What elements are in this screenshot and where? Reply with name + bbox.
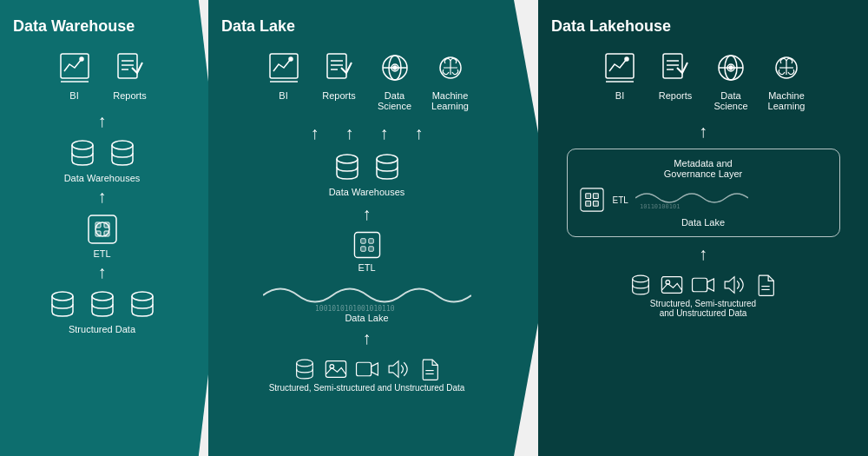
lake-arrow-3: ↑ bbox=[380, 123, 389, 143]
lake-audio-icon bbox=[386, 357, 411, 381]
svg-point-15 bbox=[52, 292, 73, 301]
lake-ml-item: Machine Learning bbox=[431, 49, 470, 111]
lake-lake-label: Data Lake bbox=[221, 313, 512, 323]
section-lake: Data Lake BI bbox=[208, 0, 556, 456]
lake-bottom-icons bbox=[293, 357, 442, 381]
svg-point-60 bbox=[729, 66, 733, 69]
lake-dw-icon-2 bbox=[372, 152, 403, 183]
svg-point-51 bbox=[625, 57, 628, 61]
lakehouse-bottom-label: Structured, Semi-structured and Unstruct… bbox=[650, 299, 756, 318]
lakehouse-governance-box: Metadata and Governance Layer ETL 101101… bbox=[567, 149, 840, 237]
lakehouse-governance-inner: ETL 10110100101 bbox=[578, 186, 829, 214]
svg-rect-66 bbox=[593, 194, 598, 199]
svg-rect-3 bbox=[118, 54, 137, 78]
warehouse-arrow-1: ↑ bbox=[98, 111, 107, 131]
lake-ml-brain-icon bbox=[433, 50, 468, 85]
lake-bottom-label: Structured, Semi-structured and Unstruct… bbox=[269, 383, 465, 393]
svg-point-16 bbox=[92, 292, 113, 301]
warehouse-structured-icon-1 bbox=[47, 289, 78, 321]
lake-datascience-item: Data Science bbox=[376, 49, 414, 111]
lake-arrow-4: ↑ bbox=[415, 123, 424, 143]
warehouse-structured-icon-2 bbox=[87, 289, 118, 321]
svg-point-20 bbox=[289, 57, 293, 61]
warehouse-reports-icon-box bbox=[111, 49, 149, 87]
lake-image-icon bbox=[324, 357, 348, 381]
lakehouse-governance-label: Metadata and Governance Layer bbox=[578, 158, 829, 179]
lake-bottom-arrow: ↑ bbox=[363, 328, 372, 348]
section-warehouse: Data Warehouse BI bbox=[0, 0, 226, 456]
svg-rect-71 bbox=[661, 277, 681, 294]
lakehouse-ml-icon-box bbox=[767, 49, 806, 87]
warehouse-title: Data Warehouse bbox=[13, 17, 135, 36]
svg-marker-75 bbox=[725, 277, 734, 294]
lake-datascience-icon-box bbox=[376, 49, 414, 87]
lakehouse-structured-db-icon bbox=[628, 273, 653, 297]
warehouse-arrow-3: ↑ bbox=[98, 262, 107, 282]
warehouse-bottom-label: Structured Data bbox=[69, 324, 135, 334]
svg-marker-74 bbox=[707, 279, 714, 291]
lake-datascience-label: Data Science bbox=[378, 90, 411, 111]
svg-text:1001010101001010110: 1001010101001010110 bbox=[315, 305, 395, 313]
svg-point-34 bbox=[377, 155, 398, 163]
lakehouse-datascience-label: Data Science bbox=[713, 90, 747, 111]
lakehouse-reports-icon bbox=[658, 50, 693, 85]
lakehouse-bi-label: BI bbox=[615, 90, 624, 101]
lakehouse-reports-label: Reports bbox=[659, 90, 693, 101]
lake-wave-section: 1001010101001010110 Data Lake bbox=[221, 278, 512, 323]
svg-point-8 bbox=[112, 141, 133, 149]
lake-bi-chart-icon bbox=[266, 50, 301, 85]
svg-rect-18 bbox=[270, 54, 298, 78]
lakehouse-wave-svg: 10110100101 bbox=[635, 186, 748, 210]
lakehouse-arrow-1: ↑ bbox=[699, 122, 707, 142]
svg-point-7 bbox=[72, 141, 93, 149]
svg-point-33 bbox=[337, 155, 358, 163]
lakehouse-datascience-icon-box bbox=[712, 49, 750, 87]
bi-chart-icon bbox=[57, 50, 92, 85]
lake-bi-label: BI bbox=[279, 90, 287, 101]
lake-dw-icon-1 bbox=[332, 152, 363, 183]
lakehouse-reports-item: Reports bbox=[656, 49, 694, 111]
svg-rect-52 bbox=[663, 54, 682, 78]
lakehouse-file-icon bbox=[753, 273, 778, 297]
svg-point-2 bbox=[80, 57, 83, 61]
svg-rect-65 bbox=[585, 194, 590, 199]
lakehouse-audio-icon bbox=[722, 273, 746, 297]
svg-point-17 bbox=[132, 292, 153, 301]
svg-rect-13 bbox=[95, 231, 101, 236]
lake-etl-row: ↑ ETL bbox=[350, 201, 385, 273]
svg-marker-46 bbox=[389, 361, 398, 378]
warehouse-etl-label: ETL bbox=[93, 248, 110, 259]
warehouse-icons-row: BI Reports bbox=[56, 49, 149, 101]
svg-rect-42 bbox=[326, 361, 345, 378]
warehouse-bi-icon-box bbox=[56, 49, 94, 87]
lake-etl-container: ↑ ETL bbox=[350, 201, 385, 273]
lakehouse-lake-label: Data Lake bbox=[578, 217, 829, 228]
lakehouse-bi-item: BI bbox=[601, 49, 639, 111]
lakehouse-wave-inline: 10110100101 bbox=[635, 186, 829, 214]
svg-rect-67 bbox=[585, 201, 590, 206]
svg-marker-45 bbox=[371, 363, 378, 375]
warehouse-etl-icon bbox=[83, 210, 122, 248]
lakehouse-bi-icon-box bbox=[601, 49, 639, 87]
svg-rect-44 bbox=[356, 362, 371, 376]
lake-etl-arrow: ↑ bbox=[363, 204, 372, 224]
lake-ml-label: Machine Learning bbox=[431, 90, 469, 111]
svg-rect-14 bbox=[104, 231, 109, 236]
section-lakehouse: Data Lakehouse BI bbox=[538, 0, 868, 456]
lake-arrow-2: ↑ bbox=[345, 123, 354, 143]
svg-point-70 bbox=[633, 275, 649, 282]
lakehouse-etl-icon bbox=[578, 186, 606, 214]
lake-wave-svg: 1001010101001010110 bbox=[263, 278, 471, 313]
lakehouse-video-icon bbox=[691, 273, 715, 297]
lakehouse-etl-inline-label: ETL bbox=[613, 195, 628, 205]
svg-rect-11 bbox=[95, 222, 101, 228]
lake-structured-db-icon bbox=[293, 357, 317, 381]
lake-bi-icon-box bbox=[265, 49, 303, 87]
svg-rect-38 bbox=[360, 247, 365, 251]
warehouse-reports-item: Reports bbox=[111, 49, 149, 101]
svg-rect-37 bbox=[368, 239, 372, 243]
lakehouse-ml-item: Machine Learning bbox=[767, 49, 806, 111]
warehouse-structured-icon-3 bbox=[127, 289, 158, 321]
lakehouse-image-icon bbox=[660, 273, 684, 297]
svg-rect-21 bbox=[327, 54, 346, 78]
